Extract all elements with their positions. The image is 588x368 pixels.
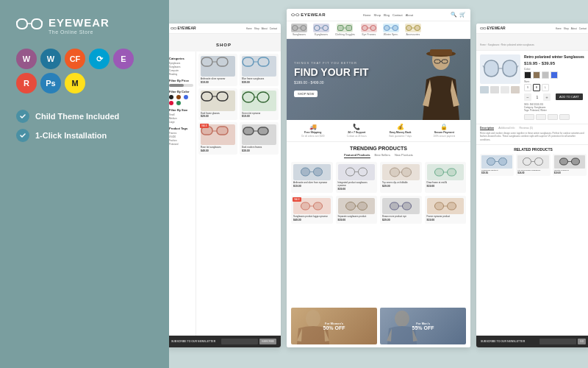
shop-product-2-img xyxy=(242,56,276,77)
detail-newsletter-text: SUBSCRIBE TO OUR NEWSLETTER xyxy=(481,340,525,343)
detail-thumb-2[interactable] xyxy=(490,86,499,93)
swatch-blue[interactable] xyxy=(551,71,558,79)
shop-product-3-img xyxy=(201,91,235,111)
add-to-cart-btn[interactable]: ADD TO CART xyxy=(556,93,583,100)
shop-page-preview: ⬭⬭ EYEWEAR Home Shop About Contact SHOP … xyxy=(169,24,281,347)
detail-thumb-1[interactable] xyxy=(480,86,489,93)
detail-newsletter-btn[interactable]: GO xyxy=(578,339,586,344)
detail-logo: ⬭⬭ EYEWEAR xyxy=(480,26,506,31)
promo-banners: For Women's 50% OFF For Men's 55% OFF xyxy=(287,305,470,347)
detail-page-preview: ⬭⬭ EYEWEAR Home Shop About Contact Home … xyxy=(476,24,588,347)
detail-tab-list[interactable]: Description Additional Info Reviews (5) xyxy=(480,127,587,130)
cat-frames[interactable]: Eye Frames xyxy=(361,24,377,36)
svg-rect-27 xyxy=(323,25,329,30)
detail-price: $19.95 - $39.95 xyxy=(524,61,555,66)
trending-tabs[interactable]: Featured Products Best Sellers New Produ… xyxy=(291,153,466,158)
trending-product-1[interactable]: Anthracite and silver from eyewear $19.0… xyxy=(291,162,333,193)
svg-rect-20 xyxy=(243,127,254,135)
trending-product-4[interactable]: Draw frame at end A $19.00 xyxy=(425,162,467,193)
size-m[interactable]: M xyxy=(533,84,540,91)
related-product-1[interactable]: sunglasses winter fit $19.95 xyxy=(480,154,514,176)
svg-point-63 xyxy=(357,202,367,210)
trending-product-7[interactable]: Drawn more product eye $29.00 xyxy=(380,196,422,224)
related-product-3[interactable]: Twisted & Black B $19.00 xyxy=(553,154,587,176)
main-features-bar: 🚚 Free Shipping On all orders over $100 … xyxy=(287,120,470,142)
qty-decrease-btn[interactable]: − xyxy=(524,93,531,101)
svg-rect-57 xyxy=(447,169,456,176)
detail-thumb-4[interactable] xyxy=(511,86,520,93)
tab-additional[interactable]: Additional Info xyxy=(498,127,514,130)
svg-rect-30 xyxy=(346,25,352,30)
shop-product-6-img xyxy=(242,124,276,145)
shop-newsletter-input-area[interactable]: SUBSCRIBE xyxy=(221,339,276,344)
size-s[interactable]: S xyxy=(524,84,531,91)
promo-women[interactable]: For Women's 50% OFF xyxy=(291,308,377,344)
cat-accessories[interactable]: Accessories xyxy=(405,24,421,36)
cart-icon[interactable]: 🛒 xyxy=(459,12,466,18)
trending-product-5[interactable]: SALE Sunglasses product lugga eyewear $4… xyxy=(291,196,333,224)
cat-winter[interactable]: Winter Spec. xyxy=(383,24,399,36)
cat-sunglasses[interactable]: Sunglasses xyxy=(291,24,307,36)
trending-product-2[interactable]: Integrated product sunglasses eyewear $3… xyxy=(336,162,378,193)
trending-product-3[interactable]: Top seven clip-on foldable $29.00 xyxy=(380,162,422,193)
detail-newsletter-input[interactable] xyxy=(539,339,576,344)
detail-newsletter-input-area[interactable]: GO xyxy=(539,339,586,344)
qty-increase-btn[interactable]: + xyxy=(543,93,551,101)
search-icon[interactable]: 🔍 xyxy=(451,12,457,18)
svg-rect-36 xyxy=(392,25,398,30)
shop-newsletter-input[interactable] xyxy=(221,339,258,344)
size-l[interactable]: L xyxy=(542,84,549,91)
svg-rect-81 xyxy=(523,158,531,165)
trending-products-grid: Anthracite and silver from eyewear $19.0… xyxy=(291,162,466,224)
svg-point-71 xyxy=(306,310,320,328)
shop-product-6: Dark modern frames $39.00 xyxy=(240,122,279,155)
swatch-black[interactable] xyxy=(524,71,531,79)
trending-product-6[interactable]: Separate sunglasses product $39.00 xyxy=(336,196,378,224)
shop-product-1: Anthracite silver eyewear $19.00 xyxy=(198,54,237,86)
related-product-1-img xyxy=(481,155,512,169)
tab-reviews[interactable]: Reviews (5) xyxy=(519,127,532,130)
svg-rect-47 xyxy=(301,168,310,176)
svg-rect-60 xyxy=(314,202,323,210)
shop-newsletter-bar: SUBSCRIBE TO OUR NEWSLETTER SUBSCRIBE xyxy=(169,336,281,347)
swatch-brown[interactable] xyxy=(533,71,540,79)
shop-content: Categories Eyeglasses Sunglasses Compute… xyxy=(169,52,281,336)
detail-newsletter-bar: SUBSCRIBE TO OUR NEWSLETTER GO xyxy=(476,336,588,347)
tab-new[interactable]: New Products xyxy=(395,153,413,158)
cat-eyeglasses[interactable]: Eyeglasses xyxy=(313,24,329,36)
cat-goggles[interactable]: Clothing Goggles xyxy=(335,24,355,36)
feature-support: 📞 24 × 7 Support Contact us 24 hours xyxy=(335,124,379,138)
detail-color-swatches[interactable] xyxy=(524,71,587,79)
detail-price-row: $19.95 - $39.95 xyxy=(524,61,587,66)
tab-bestsellers[interactable]: Best Sellers xyxy=(375,153,390,158)
plugin-wordpress-icon: W xyxy=(40,49,61,69)
hero-subtitle: THINGS THAT FIT YOU BETTER xyxy=(294,61,357,65)
tab-featured[interactable]: Featured Products xyxy=(344,153,370,158)
tab-description[interactable]: Description xyxy=(480,127,494,130)
right-panel: ⬭⬭ EYEWEAR Home Shop About Contact SHOP … xyxy=(169,0,588,368)
hero-shop-btn[interactable]: SHOP NOW xyxy=(294,91,318,97)
detail-size-swatches[interactable]: S M L xyxy=(524,84,587,91)
related-product-2[interactable]: Full glass wings sunglasses $24.00 xyxy=(516,154,550,176)
detail-thumb-3[interactable] xyxy=(501,86,509,93)
detail-payment-icons xyxy=(524,114,587,120)
svg-rect-48 xyxy=(314,168,323,176)
detail-main-section: Retro polarized winter Sunglasses $19.95… xyxy=(476,51,588,124)
svg-point-53 xyxy=(390,168,400,177)
svg-line-4 xyxy=(42,21,43,24)
plugin-photoshop-icon: Ps xyxy=(40,73,61,93)
shop-products-grid: Anthracite silver eyewear $19.00 Blue fr… xyxy=(196,52,281,336)
svg-rect-43 xyxy=(430,49,452,55)
swatch-silver[interactable] xyxy=(542,71,549,79)
trending-product-8[interactable]: Frame eyewear product $19.00 xyxy=(425,196,467,224)
shop-product-4: Green tint eyewear $19.00 xyxy=(240,88,279,121)
svg-rect-9 xyxy=(258,57,269,66)
shop-newsletter-btn[interactable]: SUBSCRIBE xyxy=(259,339,276,344)
svg-point-14 xyxy=(243,92,254,102)
support-icon: 📞 xyxy=(353,124,360,130)
svg-rect-24 xyxy=(301,25,306,30)
promo-men[interactable]: For Men's 55% OFF xyxy=(380,308,466,344)
detail-color-option: Color: xyxy=(524,68,587,79)
shop-title: SHOP xyxy=(216,43,232,47)
feature-1click-text: 1-Click Installation xyxy=(35,131,107,140)
